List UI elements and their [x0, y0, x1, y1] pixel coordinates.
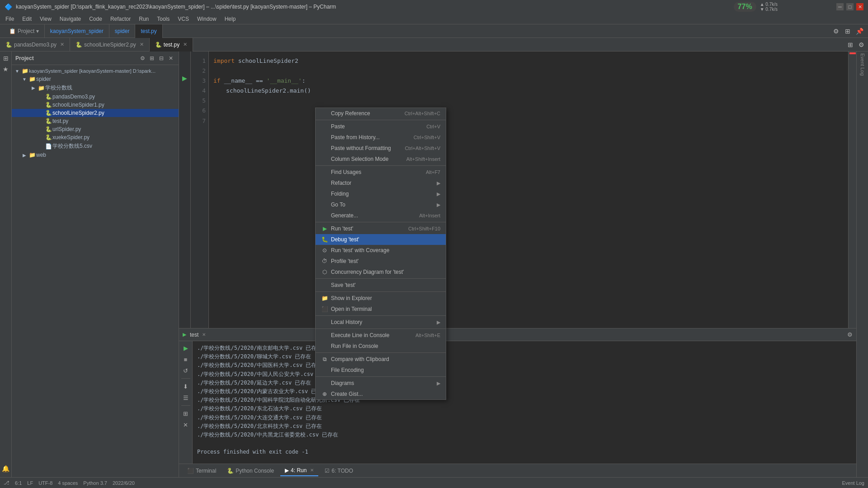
- menu-window[interactable]: Window: [193, 15, 220, 23]
- error-mark: [849, 52, 856, 54]
- tab-terminal[interactable]: ⬛ Terminal: [183, 466, 221, 476]
- run-tab-close[interactable]: ✕: [310, 468, 314, 473]
- nav-project[interactable]: 📋 Project ▾: [4, 24, 45, 38]
- tree-item-urlspider[interactable]: 🐍 urlSpider.py: [12, 125, 179, 133]
- ctx-column-selection[interactable]: Column Selection Mode Alt+Shift+Insert: [316, 154, 446, 164]
- sidebar-expand-icon[interactable]: ⊞: [148, 54, 156, 62]
- tree-item-web[interactable]: ▶ 📁 web: [12, 151, 179, 159]
- ctx-open-terminal[interactable]: ⬛ Open in Terminal: [316, 304, 446, 314]
- menu-navigate[interactable]: Navigate: [56, 15, 85, 23]
- tree-item-schoollinespider2[interactable]: 🐍 schoolLineSpider2.py: [12, 109, 179, 117]
- pin-button[interactable]: 📌: [854, 26, 864, 36]
- ctx-compare-clipboard[interactable]: ⧉ Compare with Clipboard: [316, 354, 446, 365]
- ctx-debug-test[interactable]: 🐛 Debug 'test': [316, 234, 446, 245]
- tree-item-root[interactable]: ▼ 📁 kaoyanSystem_spider [kaoyanSystem-ma…: [12, 67, 179, 75]
- favorites-icon[interactable]: ★: [1, 64, 11, 74]
- event-log-status[interactable]: Event Log: [842, 480, 864, 486]
- event-log-strip[interactable]: Event Log: [859, 52, 866, 78]
- run-close-button[interactable]: ✕: [181, 420, 191, 430]
- menu-file[interactable]: File: [2, 15, 18, 23]
- titlebar: 🔷 kaoyanSystem_spider [D:\spark_flink_ka…: [0, 0, 868, 14]
- run-expand-button[interactable]: ⊞: [181, 408, 191, 418]
- ctx-local-history[interactable]: Local History ▶: [316, 317, 446, 328]
- sidebar-collapse-icon[interactable]: ⊟: [157, 54, 165, 62]
- menu-view[interactable]: View: [36, 15, 55, 23]
- close-schoollinespider2-icon[interactable]: ✕: [140, 42, 144, 47]
- run-rerun-button[interactable]: ↺: [181, 366, 191, 375]
- ctx-generate[interactable]: Generate... Alt+Insert: [316, 210, 446, 221]
- ctx-run-test[interactable]: ▶ Run 'test' Ctrl+Shift+F10: [316, 223, 446, 234]
- ctx-create-gist[interactable]: ⊕ Create Gist...: [316, 389, 446, 399]
- code-line-2: [213, 66, 844, 76]
- tab-run[interactable]: ▶ 4: Run ✕: [280, 465, 318, 476]
- git-icon: ⎇: [4, 480, 9, 486]
- close-pandasdemo3-icon[interactable]: ✕: [60, 42, 64, 47]
- ctx-show-explorer[interactable]: 📁 Show in Explorer: [316, 293, 446, 304]
- menu-vcs[interactable]: VCS: [174, 15, 193, 23]
- ctx-concurrency[interactable]: ⬡ Concurrency Diagram for 'test': [316, 267, 446, 277]
- ctx-file-encoding[interactable]: File Encoding: [316, 365, 446, 375]
- minimize-button[interactable]: ─: [836, 3, 844, 10]
- code-area[interactable]: import schoolLineSpider2 if __name__ == …: [209, 52, 848, 328]
- menu-tools[interactable]: Tools: [153, 15, 173, 23]
- menu-refactor[interactable]: Refactor: [107, 15, 134, 23]
- menu-run[interactable]: Run: [135, 15, 152, 23]
- recent-files-button[interactable]: ⊞: [845, 40, 855, 50]
- ctx-find-usages[interactable]: Find Usages Alt+F7: [316, 167, 446, 178]
- structure-icon[interactable]: ⊞: [1, 53, 11, 63]
- ctx-sep-6: [316, 315, 446, 316]
- maximize-button[interactable]: □: [846, 3, 854, 10]
- ctx-profile-test[interactable]: ⏱ Profile 'test': [316, 256, 446, 267]
- sidebar-close-icon[interactable]: ✕: [167, 54, 175, 62]
- tree-item-spider[interactable]: ▼ 📁 spider: [12, 75, 179, 83]
- ctx-run-coverage[interactable]: ⊙ Run 'test' with Coverage: [316, 245, 446, 256]
- ctx-save-test[interactable]: Save 'test': [316, 280, 446, 291]
- ctx-execute-line[interactable]: Execute Line in Console Alt+Shift+E: [316, 330, 446, 341]
- run-start-button[interactable]: ▶: [181, 343, 191, 353]
- menu-code[interactable]: Code: [85, 15, 106, 23]
- run-panel-settings-button[interactable]: ⚙: [847, 331, 853, 338]
- tab-python-console[interactable]: 🐍 Python Console: [222, 466, 278, 476]
- run-scroll-button[interactable]: ⬇: [181, 381, 191, 391]
- ctx-copy-reference[interactable]: Copy Reference Ctrl+Alt+Shift+C: [316, 108, 446, 119]
- nav-breadcrumb-testpy[interactable]: test.py: [135, 24, 162, 38]
- run-stop-button[interactable]: ■: [181, 354, 191, 364]
- nav-breadcrumb-root[interactable]: kaoyanSystem_spider: [45, 24, 109, 38]
- nav-breadcrumb-spider[interactable]: spider: [109, 24, 136, 38]
- menu-edit[interactable]: Edit: [19, 15, 35, 23]
- run-filter-button[interactable]: ☰: [181, 393, 191, 403]
- settings-button[interactable]: ⚙: [831, 26, 841, 36]
- tree-item-csv[interactable]: 📄 学校分数线5.csv: [12, 141, 179, 151]
- ctx-paste-history[interactable]: Paste from History... Ctrl+Shift+V: [316, 132, 446, 143]
- ctx-diagrams[interactable]: Diagrams ▶: [316, 378, 446, 389]
- run-line-icon[interactable]: ▶: [182, 75, 187, 82]
- tab-todo[interactable]: ☑ 6: TODO: [320, 466, 358, 476]
- sidebar-gear-icon[interactable]: ⚙: [138, 54, 146, 62]
- editor-settings-button[interactable]: ⚙: [856, 40, 866, 50]
- tree-item-pandasdemo3[interactable]: 🐍 pandasDemo3.py: [12, 93, 179, 101]
- ctx-refactor[interactable]: Refactor ▶: [316, 178, 446, 188]
- tree-item-xuekespider[interactable]: 🐍 xuekeSpider.py: [12, 133, 179, 141]
- tab-pandasdemo3[interactable]: 🐍 pandasDemo3.py ✕: [0, 38, 70, 52]
- tab-testpy[interactable]: 🐍 test.py ✕: [150, 38, 193, 52]
- run-output-line: ./学校分数线/5/2020/中国医科大学.csv 已存在: [197, 361, 852, 370]
- ctx-paste[interactable]: Paste Ctrl+V: [316, 121, 446, 132]
- ctx-sep-9: [316, 376, 446, 377]
- ctx-sep-5: [316, 291, 446, 292]
- copy-reference-icon: [321, 110, 328, 117]
- ctx-paste-no-format[interactable]: Paste without Formatting Ctrl+Alt+Shift+…: [316, 143, 446, 154]
- tree-item-scores[interactable]: ▶ 📁 学校分数线: [12, 83, 179, 93]
- split-button[interactable]: ⊞: [843, 26, 853, 36]
- close-testpy-icon[interactable]: ✕: [183, 42, 187, 47]
- code-line-5: [213, 96, 844, 106]
- tree-item-schoollinespider1[interactable]: 🐍 schoolLineSpider1.py: [12, 101, 179, 109]
- ctx-run-file-console[interactable]: Run File in Console: [316, 341, 446, 352]
- ctx-goto[interactable]: Go To ▶: [316, 199, 446, 210]
- close-button[interactable]: ✕: [856, 3, 863, 10]
- menu-help[interactable]: Help: [221, 15, 240, 23]
- notifications-icon[interactable]: 🔔: [1, 464, 11, 474]
- tree-item-testpy[interactable]: 🐍 test.py: [12, 117, 179, 125]
- tab-schoollinespider2[interactable]: 🐍 schoolLineSpider2.py ✕: [70, 38, 150, 52]
- ctx-folding[interactable]: Folding ▶: [316, 188, 446, 199]
- run-panel-close[interactable]: ✕: [202, 332, 206, 337]
